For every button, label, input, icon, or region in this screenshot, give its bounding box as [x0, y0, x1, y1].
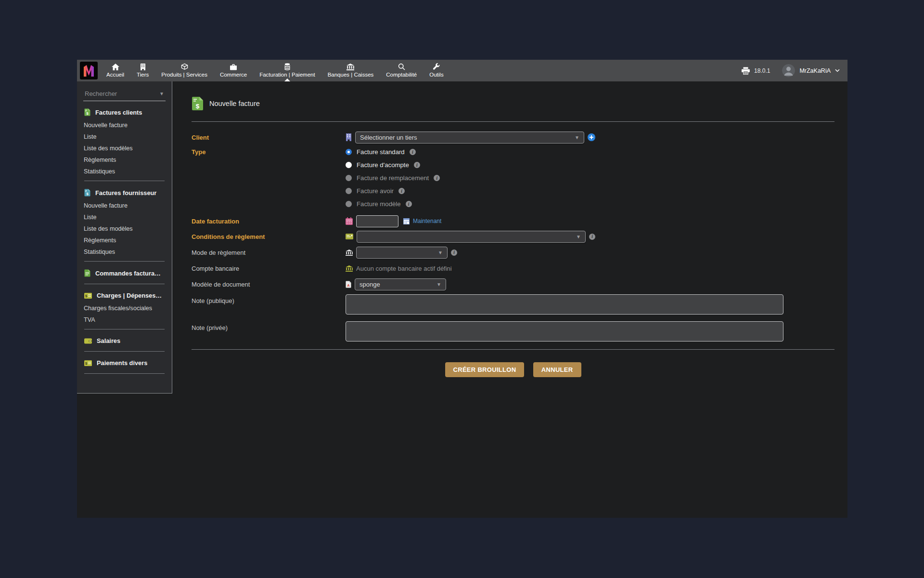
doc-model-select[interactable]: sponge ▼ [355, 278, 446, 290]
note-private-label: Note (privée) [192, 321, 346, 331]
info-icon[interactable]: i [434, 175, 440, 181]
cancel-button[interactable]: ANNULER [533, 362, 581, 377]
magnifier-icon [398, 63, 405, 70]
payment-terms-select[interactable]: ▼ [357, 231, 586, 243]
divider [84, 351, 165, 352]
active-tab-caret [284, 79, 290, 81]
radio-facture-standard[interactable] [346, 149, 352, 155]
create-draft-button[interactable]: CRÉER BROUILLON [445, 362, 525, 377]
sidebar-link[interactable]: Liste [83, 131, 166, 143]
sidebar-link[interactable]: Statistiques [83, 166, 166, 177]
datepicker-icon[interactable] [403, 218, 410, 224]
nav-label: Accueil [106, 72, 124, 78]
chevron-down-icon[interactable] [835, 69, 840, 72]
sidebar-link[interactable]: Liste [83, 211, 166, 223]
sidebar-link[interactable]: TVA [83, 314, 166, 326]
divider [192, 349, 834, 350]
calendar-icon [346, 217, 353, 225]
nav-label: Commerce [220, 72, 247, 78]
radio-label: Facture avoir [357, 187, 394, 195]
sidebar-section-paiements-divers[interactable]: $ Paiements divers [83, 355, 166, 370]
svg-text:A: A [347, 283, 350, 287]
sidebar-section-salaires[interactable]: Salaires [83, 333, 166, 348]
add-third-party-button[interactable] [588, 133, 595, 141]
main-menu: Accueil Tiers Produits | Services Commer… [100, 60, 450, 81]
caret-down-icon: ▼ [433, 282, 441, 287]
divider [84, 284, 165, 284]
client-label: Client [192, 134, 346, 141]
printer-icon[interactable] [742, 67, 750, 75]
new-invoice-form: Client Sélectionner un tiers ▼ [192, 131, 834, 342]
doc-model-value: sponge [359, 281, 380, 288]
sidebar-link[interactable]: Liste des modèles [83, 223, 166, 235]
sidebar-section-factures-fournisseur[interactable]: $ Factures fournisseur [83, 184, 166, 200]
nav-item-comptabilite[interactable]: Comptabilité [380, 60, 423, 81]
date-label: Date facturation [192, 218, 346, 225]
nav-item-tiers[interactable]: Tiers [130, 60, 155, 81]
sidebar-section-charges[interactable]: $ Charges | Dépenses… [83, 288, 166, 302]
sidebar-section-factures-clients[interactable]: $ Factures clients [83, 104, 166, 119]
app-logo[interactable] [77, 60, 100, 81]
info-icon[interactable]: i [414, 162, 420, 168]
type-option-acompte: Facture d'acompte i [346, 158, 440, 171]
type-option-standard: Facture standard i [346, 145, 440, 158]
type-label: Type [192, 145, 346, 156]
sidebar-link[interactable]: Nouvelle facture [83, 200, 166, 211]
caret-down-icon: ▼ [159, 91, 164, 96]
sidebar-link[interactable]: Nouvelle facture [83, 119, 166, 131]
section-title: Charges | Dépenses… [97, 292, 162, 299]
note-public-textarea[interactable] [346, 294, 783, 315]
note-private-textarea[interactable] [346, 321, 783, 342]
type-option-modele: Facture modèle i [346, 197, 440, 210]
nav-item-facturation-paiement[interactable]: Facturation | Paiement [253, 60, 321, 81]
user-avatar[interactable] [782, 64, 795, 77]
section-title: Factures clients [95, 109, 142, 116]
divider [84, 181, 165, 181]
bank-account-label: Compte bancaire [192, 265, 346, 272]
sidebar-link[interactable]: Règlements [83, 154, 166, 166]
company-icon [346, 133, 352, 141]
bank-yellow-icon [346, 265, 353, 272]
info-icon[interactable]: i [589, 234, 595, 240]
radio-facture-modele [346, 201, 352, 207]
nav-item-accueil[interactable]: Accueil [100, 60, 130, 81]
note-public-label: Note (publique) [192, 294, 346, 304]
info-icon[interactable]: i [406, 201, 412, 207]
search-placeholder: Rechercher [85, 90, 117, 97]
search-select[interactable]: Rechercher ▼ [83, 89, 166, 101]
type-option-remplacement: Facture de remplacement i [346, 171, 440, 184]
radio-label: Facture modèle [357, 200, 401, 208]
radio-facture-acompte[interactable] [346, 162, 352, 168]
nav-item-outils[interactable]: Outils [423, 60, 449, 81]
sidebar-link[interactable]: Statistiques [83, 246, 166, 258]
info-icon[interactable]: i [451, 250, 457, 256]
invoice-green-icon: $ [192, 96, 204, 111]
payment-mode-label: Mode de règlement [192, 249, 346, 256]
invoice-teal-icon: $ [84, 189, 90, 197]
divider [84, 373, 165, 374]
sidebar-link[interactable]: Liste des modèles [83, 143, 166, 154]
building-icon [140, 63, 146, 70]
sidebar-link[interactable]: Règlements [83, 235, 166, 246]
divider [84, 329, 165, 329]
info-icon[interactable]: i [410, 149, 416, 155]
page-title: $ Nouvelle facture [192, 96, 834, 111]
info-icon[interactable]: i [398, 188, 405, 194]
order-green-icon [84, 269, 90, 277]
now-link[interactable]: Maintenant [413, 218, 441, 224]
nav-label: Banques | Caisses [328, 72, 374, 78]
user-menu[interactable]: MrZaKaRiA [799, 67, 831, 74]
caret-down-icon: ▼ [572, 234, 581, 239]
sidebar-link[interactable]: Charges fiscales/sociales [83, 302, 166, 314]
radio-label: Facture de remplacement [357, 174, 429, 182]
bank-account-message: Aucun compte bancaire actif défini [356, 265, 452, 272]
sidebar-section-commandes[interactable]: Commandes factura… [83, 265, 166, 280]
nav-item-commerce[interactable]: Commerce [214, 60, 253, 81]
payment-mode-select[interactable]: ▼ [356, 247, 448, 259]
nav-item-produits-services[interactable]: Produits | Services [155, 60, 214, 81]
section-title: Salaires [97, 337, 120, 344]
radio-label: Facture standard [357, 148, 405, 156]
client-select[interactable]: Sélectionner un tiers ▼ [355, 131, 584, 144]
date-input[interactable] [356, 215, 398, 227]
nav-item-banques-caisses[interactable]: Banques | Caisses [321, 60, 380, 81]
